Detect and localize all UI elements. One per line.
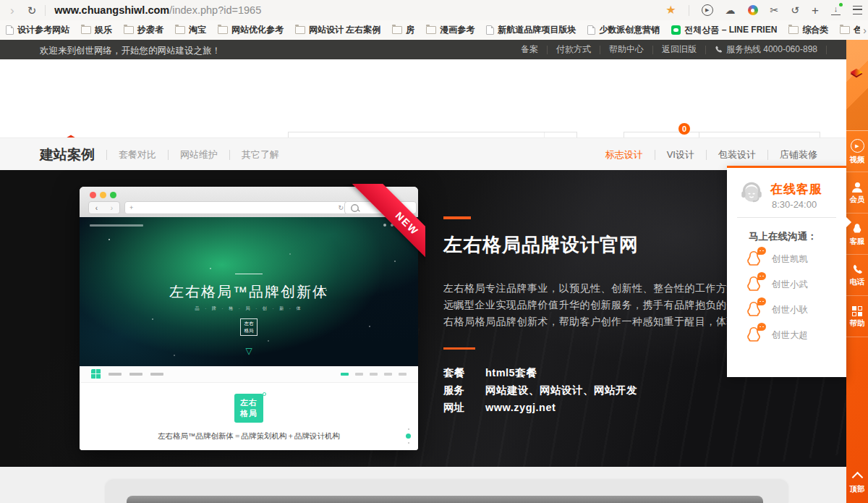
forward-icon[interactable]: › [10,4,14,17]
stars-decoration [109,239,110,240]
bookmark-item[interactable]: 房 [392,24,414,36]
subnav-left: 建站案例 套餐对比 网站维护 其它了解 [40,138,279,171]
bookmark-item[interactable]: 娱乐 [81,24,112,36]
sidebar-logo-icon [851,67,863,79]
topbar-link-old-version[interactable]: 返回旧版 [662,43,697,56]
media-play-icon[interactable]: ▶ [702,4,713,16]
case-row-service: 服务网站建设、网站设计、网站开发 [443,381,637,399]
bookmark-star-icon[interactable]: ★ [665,4,676,16]
qq-agent-dachao[interactable]: 创世大超 [744,326,808,345]
qq-agent-icon [744,275,763,294]
bookmark-item[interactable]: 淘宝 [175,24,206,36]
mac-minimize-icon [100,192,106,198]
row-label: 网址 [443,401,469,415]
subnav-item-compare[interactable]: 套餐对比 [119,148,156,161]
site-topbar: 欢迎来到创世网络，开始您的网站建设之旅！ 备案 付款方式 帮助中心 返回旧版 服… [0,40,868,60]
bookmark-item[interactable]: 抄袭者 [124,24,163,36]
tab-packaging-design[interactable]: 包装设计 [718,148,756,161]
divider [706,150,707,160]
agent-name: 创世小耿 [772,304,808,316]
grid-icon [852,306,862,316]
subnav-item-others[interactable]: 其它了解 [242,148,279,161]
divider [106,150,107,160]
scissors-icon[interactable]: ✂ [770,5,779,15]
browser-toolbar: › ↻ www.chuangshiwl.com/index.php?id=196… [0,0,868,21]
tab-shop-decoration[interactable]: 店铺装修 [780,148,817,161]
refresh-icon[interactable]: ↻ [27,5,37,16]
case-screenshot[interactable]: ‹› +↻ 左右格局™品牌创新体 品 · 牌 · 格 · 局 · 创 · 新 ·… [80,187,418,450]
qq-agent-icon [744,250,763,269]
page-title: 建站案例 [40,145,95,164]
bookmark-item[interactable]: 设计参考网站 [6,24,69,36]
url-host: www.chuangshiwl.com [54,4,169,16]
topbar-link-help[interactable]: 帮助中心 [609,43,644,56]
subnav-item-maintenance[interactable]: 网站维护 [180,148,218,161]
sidebar-item-member[interactable]: 会员 [846,172,868,214]
divider [229,150,230,160]
sidebar-item-phone[interactable]: 电话 [846,255,868,296]
scroll-down-icon: ▽ [245,346,252,356]
zygj-logo: 左右格局 [234,394,263,423]
play-icon: ▶ [851,139,864,153]
folder-icon [295,26,305,34]
divider [826,46,827,54]
back-icon: ‹ [95,204,98,212]
hotline-text: 服务热线 4000-060-898 [726,43,817,56]
agent-name: 创世小武 [772,279,808,291]
qq-agent-xiaogeng[interactable]: 创世小耿 [744,300,808,319]
divider [705,46,706,54]
folder-icon [392,26,402,34]
chat-bubble-icon [757,323,766,331]
case-row-package: 套餐html5套餐 [443,364,637,381]
case-title: 左右格局品牌设计官网 [443,232,639,258]
bookmark-item[interactable]: 少数派创意营销 [587,24,660,36]
qq-agent-xiaowu[interactable]: 创世小武 [744,275,808,294]
page-icon [587,25,595,35]
mock-nav-links-placeholder [109,373,163,376]
topbar-link-beian[interactable]: 备案 [521,43,538,56]
new-tab-icon[interactable]: + [812,4,819,17]
sidebar-item-help[interactable]: 帮助 [846,296,868,337]
row-label: 套餐 [443,366,469,380]
qq-agent-kaikai[interactable]: 创世凯凯 [744,250,808,269]
chat-bubble-icon [757,297,766,305]
bookmarks-overflow-icon[interactable]: › [860,20,868,40]
undo-icon[interactable]: ↺ [791,5,799,15]
logo-line: 左右 [240,398,258,407]
bookmark-item[interactable]: 综合类 [788,24,828,36]
bookmark-item[interactable]: 新航道品牌项目版块 [486,24,576,36]
bookmark-label: 淘宝 [189,24,206,36]
mock-site-caption: 左右格局™品牌创新体＝品牌策划机构＋品牌设计机构 [80,431,418,441]
folder-icon [124,26,134,34]
topbar-link-payment[interactable]: 付款方式 [556,43,591,56]
divider [655,150,655,160]
line-app-icon [671,25,681,35]
accent-divider [443,347,475,350]
sidebar-item-video[interactable]: ▶ 视频 [846,131,868,172]
mock-url-field: +↻ [124,201,349,214]
bookmark-item[interactable]: 网站优化参考 [218,24,284,36]
back-to-top-button[interactable]: 顶部 [846,460,868,503]
download-icon[interactable]: ↓ [831,5,841,15]
plus-icon: + [129,204,133,211]
bookmark-item[interactable]: 漫画参考 [426,24,475,36]
forward-icon: › [111,204,113,212]
toolbar-divider [45,5,46,16]
bookmark-item[interactable]: 전체상품 – LINE FRIEN [671,24,777,36]
bookmark-label: 漫画参考 [440,24,475,36]
row-value[interactable]: www.zygj.net [485,402,556,413]
mock-search-field [344,201,417,214]
tab-vi-design[interactable]: VI设计 [667,148,694,161]
bookmark-item[interactable]: 网站设计 左右案例 [295,24,380,36]
cloud-icon[interactable]: ☁ [726,5,736,15]
sidebar-label: 电话 [850,278,865,286]
toolbar-divider [689,5,689,16]
toolbar-actions: ★ ▶ ☁ ✂ ↺ + ↓ [665,0,862,20]
user-icon [852,182,862,193]
address-bar[interactable]: www.chuangshiwl.com/index.php?id=1965 [54,4,261,16]
menu-icon[interactable] [853,6,862,14]
folder-icon [218,26,228,34]
qq-agent-icon [744,300,763,319]
tab-logo-design[interactable]: 标志设计 [605,148,643,161]
extension-icon[interactable] [748,5,758,15]
